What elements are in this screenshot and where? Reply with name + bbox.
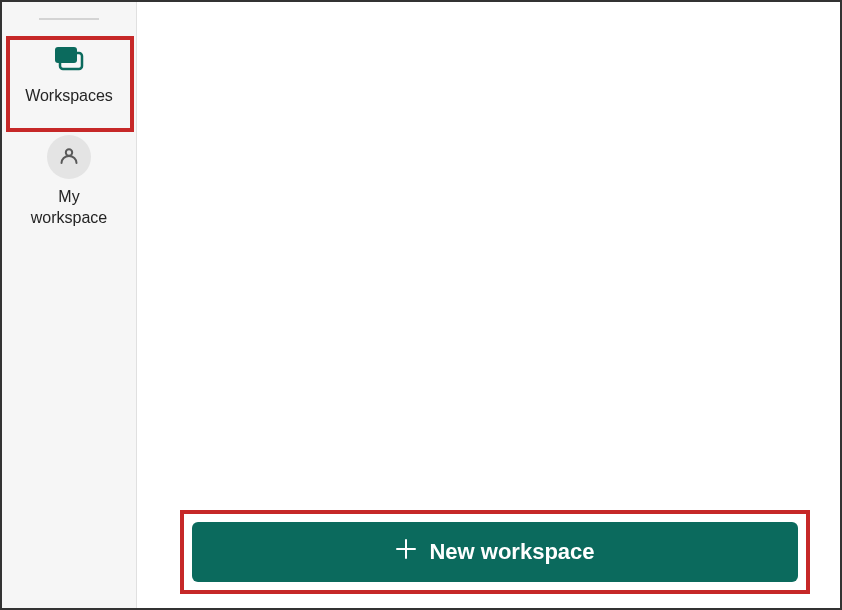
svg-rect-1	[55, 47, 77, 63]
sidebar-item-workspaces[interactable]: Workspaces	[2, 32, 136, 123]
main-content	[137, 2, 840, 608]
plus-icon	[395, 538, 417, 566]
sidebar-divider	[39, 18, 99, 20]
new-workspace-label: New workspace	[429, 539, 594, 565]
sidebar-item-label: My workspace	[31, 187, 107, 229]
workspaces-icon	[51, 44, 87, 78]
sidebar-item-my-workspace[interactable]: My workspace	[2, 123, 136, 245]
person-icon	[47, 135, 91, 179]
new-workspace-button[interactable]: New workspace	[192, 522, 798, 582]
sidebar-item-label: Workspaces	[25, 86, 113, 107]
svg-point-2	[66, 149, 72, 155]
sidebar: Workspaces My workspace	[2, 2, 137, 608]
